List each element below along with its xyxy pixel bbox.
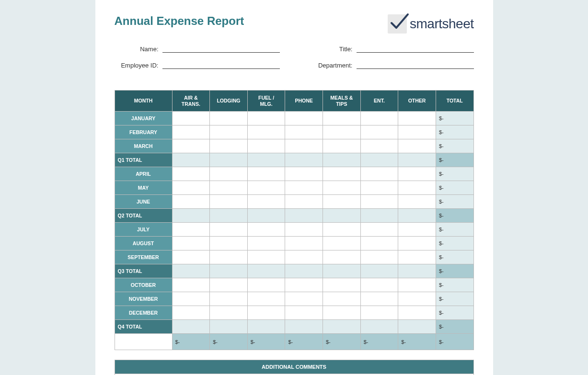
- expense-cell[interactable]: [323, 264, 361, 278]
- expense-cell[interactable]: [285, 181, 323, 195]
- department-input[interactable]: [357, 59, 474, 69]
- expense-cell[interactable]: [247, 181, 285, 195]
- expense-cell[interactable]: [398, 250, 436, 264]
- expense-cell[interactable]: [210, 167, 248, 181]
- expense-cell[interactable]: [323, 112, 361, 125]
- expense-cell[interactable]: [323, 250, 361, 264]
- expense-cell[interactable]: [285, 209, 323, 223]
- expense-cell[interactable]: [210, 320, 248, 334]
- expense-cell[interactable]: [247, 167, 285, 181]
- expense-cell[interactable]: [360, 139, 398, 153]
- expense-cell[interactable]: [285, 250, 323, 264]
- expense-cell[interactable]: [398, 139, 436, 153]
- expense-cell[interactable]: [210, 292, 248, 306]
- expense-cell[interactable]: [210, 264, 248, 278]
- expense-cell[interactable]: [323, 209, 361, 223]
- expense-cell[interactable]: [360, 264, 398, 278]
- expense-cell[interactable]: [247, 278, 285, 292]
- expense-cell[interactable]: [398, 195, 436, 209]
- expense-cell[interactable]: [285, 112, 323, 125]
- expense-cell[interactable]: [285, 264, 323, 278]
- expense-cell[interactable]: [323, 153, 361, 167]
- expense-cell[interactable]: [323, 125, 361, 139]
- expense-cell[interactable]: [360, 153, 398, 167]
- expense-cell[interactable]: [172, 250, 210, 264]
- expense-cell[interactable]: [247, 112, 285, 125]
- expense-cell[interactable]: [398, 320, 436, 334]
- expense-cell[interactable]: [323, 320, 361, 334]
- expense-cell[interactable]: [285, 223, 323, 237]
- expense-cell[interactable]: [285, 195, 323, 209]
- expense-cell[interactable]: [247, 139, 285, 153]
- expense-cell[interactable]: [210, 181, 248, 195]
- expense-cell[interactable]: [172, 264, 210, 278]
- expense-cell[interactable]: [210, 306, 248, 320]
- expense-cell[interactable]: [247, 223, 285, 237]
- expense-cell[interactable]: [210, 112, 248, 125]
- expense-cell[interactable]: [172, 195, 210, 209]
- expense-cell[interactable]: [247, 250, 285, 264]
- employee-id-input[interactable]: [162, 59, 280, 69]
- expense-cell[interactable]: [210, 223, 248, 237]
- expense-cell[interactable]: [247, 306, 285, 320]
- name-input[interactable]: [162, 43, 280, 53]
- expense-cell[interactable]: [172, 209, 210, 223]
- expense-cell[interactable]: [360, 125, 398, 139]
- expense-cell[interactable]: [360, 320, 398, 334]
- expense-cell[interactable]: [360, 112, 398, 125]
- title-input[interactable]: [357, 43, 474, 53]
- expense-cell[interactable]: [398, 306, 436, 320]
- expense-cell[interactable]: [285, 153, 323, 167]
- expense-cell[interactable]: [398, 278, 436, 292]
- expense-cell[interactable]: [172, 125, 210, 139]
- expense-cell[interactable]: [360, 292, 398, 306]
- expense-cell[interactable]: [247, 153, 285, 167]
- expense-cell[interactable]: [398, 167, 436, 181]
- expense-cell[interactable]: [172, 237, 210, 250]
- expense-cell[interactable]: [247, 320, 285, 334]
- expense-cell[interactable]: [360, 209, 398, 223]
- expense-cell[interactable]: [323, 167, 361, 181]
- expense-cell[interactable]: [323, 139, 361, 153]
- expense-cell[interactable]: [323, 237, 361, 250]
- expense-cell[interactable]: [398, 292, 436, 306]
- expense-cell[interactable]: [172, 181, 210, 195]
- expense-cell[interactable]: [172, 112, 210, 125]
- expense-cell[interactable]: [323, 306, 361, 320]
- expense-cell[interactable]: [247, 195, 285, 209]
- expense-cell[interactable]: [360, 167, 398, 181]
- expense-cell[interactable]: [398, 125, 436, 139]
- expense-cell[interactable]: [210, 139, 248, 153]
- expense-cell[interactable]: [172, 278, 210, 292]
- expense-cell[interactable]: [360, 181, 398, 195]
- expense-cell[interactable]: [360, 250, 398, 264]
- expense-cell[interactable]: [398, 153, 436, 167]
- expense-cell[interactable]: [285, 278, 323, 292]
- expense-cell[interactable]: [210, 250, 248, 264]
- expense-cell[interactable]: [323, 223, 361, 237]
- expense-cell[interactable]: [398, 264, 436, 278]
- expense-cell[interactable]: [360, 195, 398, 209]
- expense-cell[interactable]: [247, 237, 285, 250]
- expense-cell[interactable]: [210, 195, 248, 209]
- expense-cell[interactable]: [247, 292, 285, 306]
- expense-cell[interactable]: [210, 237, 248, 250]
- expense-cell[interactable]: [247, 209, 285, 223]
- expense-cell[interactable]: [398, 112, 436, 125]
- expense-cell[interactable]: [285, 237, 323, 250]
- expense-cell[interactable]: [210, 278, 248, 292]
- expense-cell[interactable]: [360, 306, 398, 320]
- expense-cell[interactable]: [398, 209, 436, 223]
- expense-cell[interactable]: [247, 125, 285, 139]
- expense-cell[interactable]: [323, 278, 361, 292]
- expense-cell[interactable]: [172, 306, 210, 320]
- expense-cell[interactable]: [172, 167, 210, 181]
- expense-cell[interactable]: [172, 139, 210, 153]
- expense-cell[interactable]: [398, 237, 436, 250]
- expense-cell[interactable]: [398, 181, 436, 195]
- expense-cell[interactable]: [360, 278, 398, 292]
- expense-cell[interactable]: [285, 306, 323, 320]
- expense-cell[interactable]: [210, 209, 248, 223]
- expense-cell[interactable]: [323, 292, 361, 306]
- expense-cell[interactable]: [323, 181, 361, 195]
